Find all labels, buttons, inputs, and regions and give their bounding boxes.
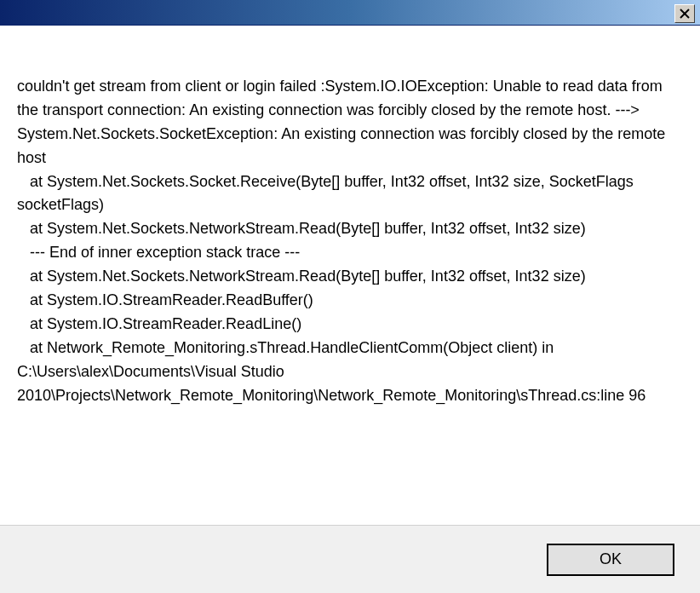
titlebar bbox=[0, 0, 700, 26]
dialog-button-area: OK bbox=[0, 525, 700, 593]
error-text-line: at System.IO.StreamReader.ReadLine() bbox=[17, 313, 683, 337]
error-message-area: couldn't get stream from client or login… bbox=[0, 26, 700, 525]
error-text-line: at Network_Remote_Monitoring.sThread.Han… bbox=[17, 337, 683, 408]
close-icon bbox=[680, 9, 690, 19]
error-text-line: at System.Net.Sockets.Socket.Receive(Byt… bbox=[17, 170, 683, 218]
error-text-line: at System.Net.Sockets.NetworkStream.Read… bbox=[17, 217, 683, 241]
ok-button[interactable]: OK bbox=[547, 544, 674, 576]
error-text-line: at System.Net.Sockets.NetworkStream.Read… bbox=[17, 265, 683, 289]
close-button[interactable] bbox=[674, 4, 695, 23]
error-text-line: couldn't get stream from client or login… bbox=[17, 75, 683, 170]
error-text-line: --- End of inner exception stack trace -… bbox=[17, 241, 683, 265]
ok-button-label: OK bbox=[600, 550, 622, 568]
error-text-line: at System.IO.StreamReader.ReadBuffer() bbox=[17, 289, 683, 313]
